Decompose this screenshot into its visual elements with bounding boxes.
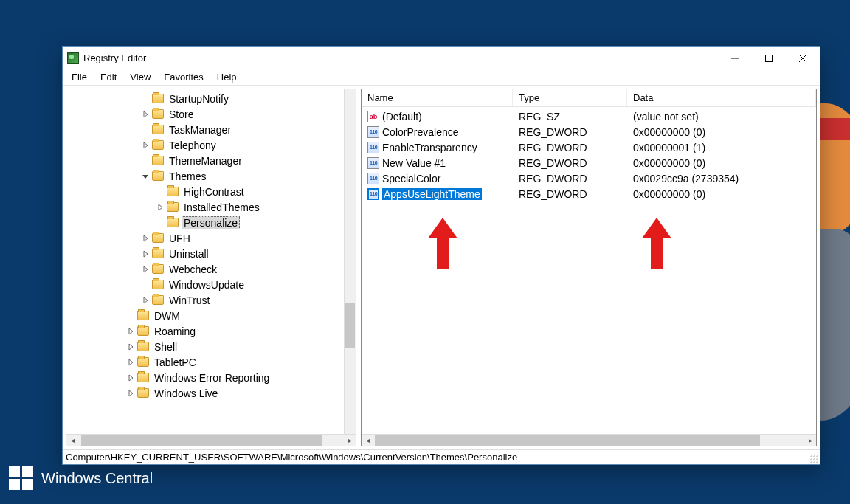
value-name: SpecialColor (382, 173, 440, 184)
tree-item-label: WinTrust (167, 294, 212, 307)
column-type[interactable]: Type (513, 89, 627, 106)
tree-item[interactable]: Shell (66, 339, 344, 354)
tree-item-label: TaskManager (167, 123, 233, 137)
tree-item-label: Shell (152, 340, 179, 353)
chevron-right-icon[interactable] (155, 202, 165, 213)
dword-value-icon (367, 126, 379, 138)
tree-item-label: DWM (152, 309, 182, 322)
minimize-button[interactable] (718, 47, 752, 69)
chevron-right-icon[interactable] (140, 233, 151, 244)
status-path: Computer\HKEY_CURRENT_USER\SOFTWARE\Micr… (66, 452, 517, 463)
tree-item[interactable]: Personalize (66, 215, 344, 230)
titlebar[interactable]: Registry Editor (63, 47, 820, 69)
tree-item[interactable]: Uninstall (66, 246, 344, 261)
chevron-down-icon[interactable] (140, 171, 151, 182)
scroll-left-button[interactable]: ◂ (362, 435, 373, 446)
tree-item[interactable]: Store (66, 106, 344, 122)
menu-edit[interactable]: Edit (94, 70, 122, 84)
tree-vertical-thumb[interactable] (345, 303, 355, 348)
tree-item[interactable]: Themes (66, 168, 344, 184)
value-name: ColorPrevalence (382, 126, 459, 138)
tree-item[interactable]: TabletPC (66, 354, 344, 370)
tree-item[interactable]: HighContrast (66, 184, 344, 199)
tree-item[interactable]: TaskManager (66, 122, 344, 137)
folder-icon (152, 109, 164, 119)
folder-icon (152, 280, 164, 289)
tree-item[interactable]: UFH (66, 230, 344, 246)
tree-item[interactable]: WindowsUpdate (66, 277, 344, 292)
chevron-right-icon[interactable] (140, 264, 151, 275)
value-row[interactable]: AppsUseLightThemeREG_DWORD0x00000000 (0) (362, 186, 816, 201)
dword-value-icon (367, 188, 379, 200)
window-controls (718, 47, 820, 69)
value-type: REG_DWORD (513, 173, 627, 184)
annotation-arrow-name (428, 218, 457, 269)
chevron-right-icon[interactable] (125, 373, 136, 383)
tree-item[interactable]: Roaming (66, 323, 344, 339)
tree-item[interactable]: DWM (66, 308, 344, 323)
value-name: AppsUseLightTheme (382, 188, 482, 200)
tree-item-label: StartupNotify (167, 92, 231, 106)
value-data: 0x00000000 (0) (627, 157, 816, 169)
chevron-right-icon[interactable] (140, 109, 151, 120)
values-pane: Name Type Data (Default)REG_SZ(value not… (361, 89, 817, 446)
value-row[interactable]: SpecialColorREG_DWORD0x0029cc9a (2739354… (362, 170, 816, 186)
tree-item-label: InstalledThemes (182, 201, 262, 214)
folder-icon (152, 233, 164, 243)
chevron-right-icon[interactable] (140, 140, 151, 151)
chevron-right-icon[interactable] (140, 295, 151, 305)
close-button[interactable] (786, 47, 820, 69)
tree-item-label: HighContrast (182, 185, 246, 199)
tree-item[interactable]: StartupNotify (66, 91, 344, 106)
tree-item-label: Webcheck (167, 263, 219, 276)
value-row[interactable]: (Default)REG_SZ(value not set) (362, 108, 816, 124)
value-name: EnableTransparency (382, 142, 477, 153)
scroll-right-button[interactable]: ▸ (804, 435, 816, 446)
values-horizontal-scrollbar[interactable]: ◂ ▸ (362, 434, 816, 446)
value-row[interactable]: New Value #1REG_DWORD0x00000000 (0) (362, 155, 816, 170)
tree-item-label: Windows Error Reporting (152, 371, 272, 384)
chevron-right-icon[interactable] (125, 388, 136, 398)
tree-horizontal-scrollbar[interactable]: ◂ ▸ (66, 434, 356, 446)
dword-value-icon (367, 157, 379, 169)
scroll-left-button[interactable]: ◂ (66, 435, 78, 446)
resize-grip[interactable] (809, 454, 818, 463)
scroll-right-button[interactable]: ▸ (344, 435, 356, 446)
registry-tree[interactable]: StartupNotifyStoreTaskManagerTelephonyTh… (66, 89, 344, 434)
tree-vertical-scrollbar[interactable] (344, 89, 356, 434)
chevron-right-icon[interactable] (125, 326, 136, 336)
column-data[interactable]: Data (627, 89, 816, 106)
folder-icon (137, 326, 149, 336)
folder-icon (167, 202, 179, 212)
column-name[interactable]: Name (362, 89, 513, 106)
regedit-icon (67, 52, 79, 64)
tree-item-label: Store (167, 108, 196, 121)
menu-view[interactable]: View (124, 70, 156, 84)
value-type: REG_DWORD (513, 157, 627, 169)
values-list[interactable]: (Default)REG_SZ(value not set)ColorPreva… (362, 107, 816, 434)
values-horizontal-thumb[interactable] (375, 435, 760, 446)
value-row[interactable]: ColorPrevalenceREG_DWORD0x00000000 (0) (362, 124, 816, 139)
maximize-button[interactable] (752, 47, 786, 69)
tree-item[interactable]: InstalledThemes (66, 199, 344, 215)
chevron-right-icon[interactable] (125, 357, 136, 367)
menu-favorites[interactable]: Favorites (158, 70, 209, 84)
annotation-arrow-data (642, 218, 671, 269)
tree-item[interactable]: Windows Live (66, 385, 344, 401)
value-row[interactable]: EnableTransparencyREG_DWORD0x00000001 (1… (362, 139, 816, 155)
registry-editor-window: Registry Editor File Edit View Favorites… (62, 46, 820, 465)
tree-item[interactable]: Webcheck (66, 261, 344, 277)
chevron-right-icon[interactable] (125, 342, 136, 352)
menu-file[interactable]: File (66, 70, 93, 84)
chevron-right-icon[interactable] (140, 249, 151, 259)
tree-item[interactable]: WinTrust (66, 292, 344, 308)
tree-item[interactable]: Windows Error Reporting (66, 370, 344, 385)
tree-item-label: Windows Live (152, 387, 220, 400)
tree-item[interactable]: ThemeManager (66, 153, 344, 168)
value-data: 0x0029cc9a (2739354) (627, 173, 816, 184)
folder-icon (137, 311, 149, 320)
tree-item[interactable]: Telephony (66, 137, 344, 153)
menu-help[interactable]: Help (211, 70, 243, 84)
folder-icon (152, 125, 164, 134)
tree-horizontal-thumb[interactable] (81, 435, 322, 446)
